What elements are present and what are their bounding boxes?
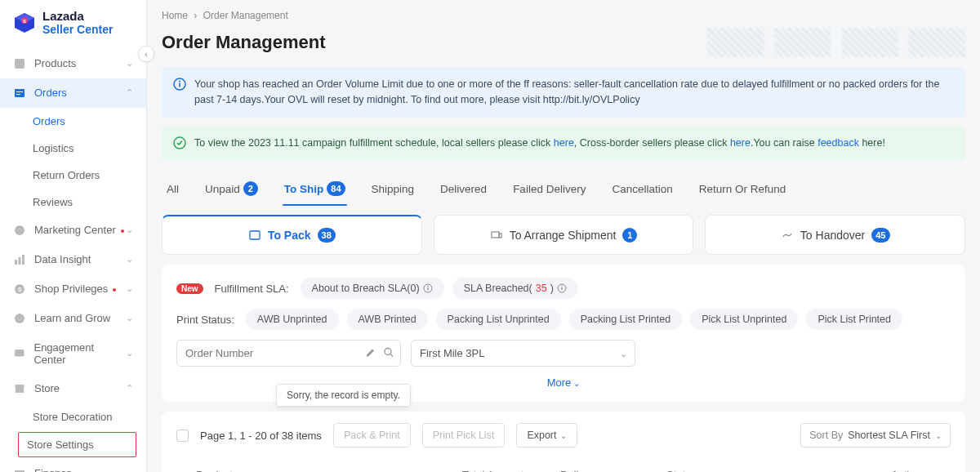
select-all-checkbox[interactable] — [176, 430, 189, 442]
nav-label: Products — [34, 57, 76, 69]
svg-rect-14 — [16, 387, 24, 393]
print-pick-list-button[interactable]: Print Pick List — [422, 423, 506, 448]
check-icon — [173, 136, 186, 149]
privileges-icon: $ — [13, 283, 26, 296]
pack-print-button[interactable]: Pack & Print — [333, 423, 411, 448]
orders-list-panel: Sorry, the record is empty. Page 1, 1 - … — [162, 412, 965, 472]
svg-point-18 — [179, 81, 180, 82]
store-icon — [13, 382, 26, 395]
table-header: Product Total Amount Delivery Status Act… — [176, 462, 951, 472]
link-here-cb[interactable]: here — [730, 137, 751, 149]
svg-rect-17 — [179, 83, 180, 87]
ovl-banner: Your shop has reached an Order Volume Li… — [162, 67, 965, 118]
tab-failed[interactable]: Failed Delivery — [511, 175, 587, 206]
main-content: Home › Order Management Order Management… — [147, 0, 980, 472]
svg-text:$: $ — [18, 286, 22, 293]
link-here-local[interactable]: here — [554, 137, 574, 149]
nav-learn-grow[interactable]: Learn and Grow ⌄ — [0, 304, 146, 333]
tab-all[interactable]: All — [165, 175, 180, 206]
th-product: Product — [176, 469, 462, 472]
chip-pick-printed[interactable]: Pick List Printed — [806, 309, 902, 330]
filters-panel: New Fulfillment SLA: About to Breach SLA… — [162, 265, 965, 402]
nav-label: Shop Privileges — [34, 283, 116, 295]
svg-rect-13 — [15, 350, 24, 357]
link-feedback[interactable]: feedback — [817, 137, 859, 149]
chip-awb-unprinted[interactable]: AWB Unprinted — [246, 309, 339, 330]
svg-point-6 — [15, 225, 24, 235]
subnav-return-orders[interactable]: Return Orders — [0, 162, 146, 189]
lazada-logo-icon: S — [13, 11, 36, 34]
tab-return[interactable]: Return Or Refund — [697, 175, 788, 206]
th-actions: Actions — [830, 469, 951, 472]
chip-sla-breached[interactable]: SLA Breached(35) — [452, 278, 578, 299]
breadcrumb: Home › Order Management — [162, 10, 965, 21]
subnav-reviews[interactable]: Reviews — [0, 189, 146, 216]
subnav-store-decoration[interactable]: Store Decoration — [0, 403, 146, 430]
breadcrumb-separator: › — [194, 10, 197, 21]
th-delivery: Delivery — [560, 469, 666, 472]
campaign-banner-text: To view the 2023 11.11 campaign fulfillm… — [194, 136, 885, 151]
edit-icon[interactable] — [365, 346, 376, 360]
chip-pick-unprinted[interactable]: Pick List Unprinted — [690, 309, 798, 330]
nav-engagement[interactable]: Engagement Center ⌄ — [0, 333, 146, 374]
logo[interactable]: S Lazada Seller Center — [0, 0, 146, 46]
chip-packing-unprinted[interactable]: Packing List Unprinted — [436, 309, 561, 330]
nav-products[interactable]: Products ⌄ — [0, 49, 146, 78]
tab-to-ship[interactable]: To Ship 84 — [283, 175, 347, 206]
nav-data-insight[interactable]: Data Insight ⌄ — [0, 245, 146, 274]
info-icon — [557, 283, 567, 293]
svg-rect-5 — [16, 94, 20, 95]
chip-about-breach[interactable]: About to Breach SLA(0) — [301, 278, 444, 299]
search-icon[interactable] — [383, 346, 394, 360]
subnav-orders[interactable]: Orders — [0, 108, 146, 135]
svg-rect-9 — [22, 255, 24, 265]
print-status-label: Print Status: — [176, 314, 234, 326]
subnav-logistics[interactable]: Logistics — [0, 135, 146, 162]
tab-shipping[interactable]: Shipping — [370, 175, 416, 206]
chevron-down-icon: ⌄ — [126, 283, 133, 294]
nav-label: Marketing Center — [34, 224, 124, 236]
svg-rect-2 — [15, 59, 24, 69]
nav-finance[interactable]: Finance ⌄ — [0, 459, 146, 472]
svg-rect-21 — [492, 232, 499, 238]
handover-icon — [781, 229, 794, 242]
subtab-to-pack[interactable]: To Pack 38 — [162, 215, 422, 255]
header-widget[interactable] — [774, 28, 831, 57]
chevron-down-icon: ⌄ — [126, 58, 133, 69]
chip-awb-printed[interactable]: AWB Printed — [347, 309, 428, 330]
nav-store[interactable]: Store ⌃ — [0, 374, 146, 403]
tab-unpaid[interactable]: Unpaid 2 — [203, 175, 260, 206]
badge-unpaid: 2 — [243, 181, 258, 196]
ship-subtabs: To Pack 38 To Arrange Shipment 1 To Hand… — [162, 215, 965, 255]
tab-delivered[interactable]: Delivered — [439, 175, 488, 206]
nav-shop-privileges[interactable]: $ Shop Privileges ⌄ — [0, 274, 146, 304]
insight-icon — [13, 253, 26, 266]
header-widget[interactable] — [908, 28, 965, 57]
campaign-banner: To view the 2023 11.11 campaign fulfillm… — [162, 126, 965, 161]
nav-orders[interactable]: Orders ⌃ — [0, 78, 146, 108]
chip-packing-printed[interactable]: Packing List Printed — [569, 309, 682, 330]
sort-select[interactable]: Sort By Shortest SLA First ⌄ — [800, 423, 951, 448]
header-widget[interactable] — [707, 28, 764, 57]
subtab-arrange-shipment[interactable]: To Arrange Shipment 1 — [434, 215, 694, 255]
sidebar-collapse-button[interactable]: ‹ — [138, 46, 154, 62]
page-title: Order Management — [162, 32, 326, 53]
nav-label: Store — [34, 382, 60, 394]
svg-point-29 — [385, 348, 391, 354]
nav-marketing[interactable]: Marketing Center ⌄ — [0, 216, 146, 245]
page-info: Page 1, 1 - 20 of 38 items — [200, 430, 322, 442]
th-amount: Total Amount — [462, 469, 560, 472]
export-button[interactable]: Export ⌄ — [516, 423, 577, 448]
first-mile-select[interactable]: First Mile 3PL ⌄ — [411, 340, 635, 367]
svg-rect-22 — [499, 234, 501, 238]
tab-cancellation[interactable]: Cancellation — [610, 175, 674, 206]
orders-icon — [13, 87, 26, 100]
subnav-store-settings[interactable]: Store Settings — [18, 432, 136, 457]
breadcrumb-home[interactable]: Home — [162, 10, 188, 21]
header-widget[interactable] — [841, 28, 898, 57]
subtab-handover[interactable]: To Handover 45 — [705, 215, 965, 255]
nav-label: Finance — [34, 467, 72, 472]
chevron-down-icon: ⌄ — [935, 431, 942, 440]
info-icon — [423, 283, 433, 293]
logo-text-lazada: Lazada — [42, 10, 113, 24]
